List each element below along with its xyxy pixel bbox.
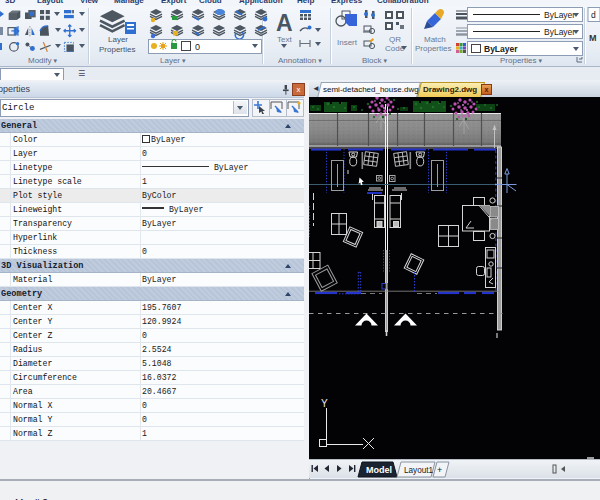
svg-text:Layout1: Layout1 [404,466,434,475]
svg-text:Model: Model [366,465,392,475]
svg-text:Text: Text [277,35,292,44]
svg-text:ByLayer: ByLayer [484,44,518,54]
svg-text:Code: Code [385,44,405,53]
svg-text:ByLayer: ByLayer [544,27,575,37]
svg-text:Match: Match [424,35,446,44]
svg-text:QR: QR [389,35,401,44]
svg-text:Layer: Layer [108,35,128,44]
svg-text:+: + [437,465,442,475]
svg-text:Insert: Insert [337,38,358,47]
svg-text:Properties: Properties [99,45,135,54]
svg-text:Y: Y [321,398,328,409]
svg-text:M: M [589,33,597,43]
svg-text:d: d [591,10,596,20]
svg-text:0: 0 [195,42,200,52]
svg-text:Properties: Properties [415,44,451,53]
svg-text:A: A [276,10,293,36]
svg-text:ByLayer: ByLayer [544,10,575,20]
